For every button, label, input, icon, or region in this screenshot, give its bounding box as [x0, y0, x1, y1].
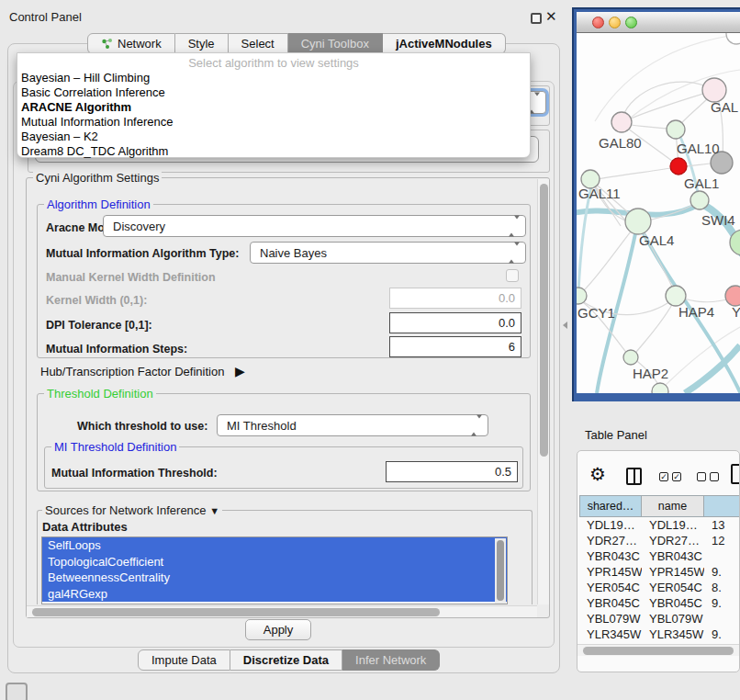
popup-item-basic-correlation[interactable]: Basic Correlation Inference — [17, 85, 530, 100]
node-label: HAP2 — [633, 366, 668, 381]
popup-item-bayesian-k2[interactable]: Bayesian – K2 — [17, 130, 530, 144]
minimize-traffic-light-icon[interactable] — [609, 17, 621, 28]
tab-discretize-data[interactable]: Discretize Data — [230, 649, 342, 671]
unchecked-checkbox-icon[interactable] — [710, 472, 719, 481]
table-row[interactable]: YDR27…YDR27…12 — [579, 533, 740, 548]
table-row[interactable]: YBR045CYBR045C9. — [579, 595, 740, 611]
popup-item-aracne[interactable]: ARACNE Algorithm — [17, 100, 530, 115]
cell-name: YDL19… — [642, 517, 704, 533]
node-gal10[interactable] — [667, 120, 685, 139]
node-label: HAP4 — [678, 304, 714, 320]
collapse-arrow-icon[interactable]: ▼ — [209, 505, 219, 516]
tab-label: jActiveMNodules — [396, 37, 492, 51]
sources-group-title[interactable]: Sources for Network Inference ▼ — [42, 503, 222, 517]
scrollbar-thumb[interactable] — [497, 540, 504, 601]
table-row[interactable]: YLR345WYLR345W9. — [579, 627, 740, 642]
node-gal4[interactable] — [625, 209, 651, 234]
cell-value: 9. — [704, 627, 740, 642]
table-header-row: shared… name — [579, 495, 740, 517]
scrollbar-thumb[interactable] — [583, 647, 734, 655]
page-icon[interactable] — [731, 464, 740, 484]
network-graph[interactable]: GAL GAL80 GAL10 GAL1 GAL11 SWI4 GAL4 GCY… — [577, 33, 740, 393]
mi-steps-label: Mutual Information Steps: — [46, 343, 187, 356]
expand-arrow-icon[interactable]: ▶ — [235, 364, 245, 378]
tab-label: Discretize Data — [243, 653, 329, 667]
node[interactable] — [726, 33, 740, 44]
list-item[interactable]: TopologicalCoefficient — [42, 554, 507, 570]
unchecked-checkbox-icon[interactable] — [697, 472, 706, 481]
tab-network[interactable]: Network — [87, 33, 175, 54]
table-row[interactable]: YBL079WYBL079W — [579, 611, 740, 627]
network-window-titlebar[interactable] — [577, 12, 740, 33]
minimized-panel-icon[interactable] — [6, 683, 28, 700]
dpi-tolerance-input[interactable]: 0.0 — [389, 312, 521, 333]
table-row[interactable]: YDL19…YDL19…13 — [579, 517, 740, 533]
manual-kernel-checkbox[interactable] — [506, 269, 519, 282]
kernel-width-input[interactable]: 0.0 — [389, 288, 521, 309]
scrollbar-thumb[interactable] — [540, 184, 548, 457]
tab-jactivemnodules[interactable]: jActiveMNodules — [383, 33, 506, 54]
node-label: SWI4 — [701, 212, 735, 228]
column-header-partial[interactable] — [704, 495, 740, 517]
apply-button[interactable]: Apply — [245, 619, 311, 640]
node-y[interactable] — [725, 286, 740, 306]
tab-label: Impute Data — [151, 653, 217, 667]
popup-item-mutual-information[interactable]: Mutual Information Inference — [17, 115, 530, 130]
node-gal80[interactable] — [611, 112, 632, 132]
node-hap4[interactable] — [666, 286, 686, 306]
tab-impute-data[interactable]: Impute Data — [138, 649, 230, 671]
list-item[interactable]: SelfLoops — [42, 537, 507, 554]
node-label: GAL4 — [639, 232, 674, 248]
tab-infer-network[interactable]: Infer Network — [342, 649, 440, 671]
table-row[interactable]: YBR043CYBR043C — [579, 548, 740, 564]
checked-checkbox-icon[interactable]: ✓ — [672, 472, 681, 481]
node-hap2[interactable] — [623, 350, 638, 365]
popup-item-dream8[interactable]: Dream8 DC_TDC Algorithm — [17, 144, 530, 159]
node-label: GAL — [711, 99, 738, 115]
network-icon — [101, 38, 113, 50]
popup-item-bayesian-hill[interactable]: Bayesian – Hill Climbing — [17, 71, 530, 85]
table-row[interactable]: YPR145WYPR145W9. — [579, 564, 740, 580]
tab-style[interactable]: Style — [175, 33, 229, 54]
cell-name: YLR345W — [642, 627, 704, 642]
hub-definition-toggle[interactable]: Hub/Transcription Factor Definition ▶ — [40, 364, 245, 378]
gear-icon[interactable]: ⚙ — [589, 465, 606, 483]
data-attributes-list[interactable]: SelfLoops TopologicalCoefficient Between… — [41, 536, 508, 604]
manual-kernel-label: Manual Kernel Width Definition — [46, 271, 216, 284]
list-item[interactable]: BetweennessCentrality — [42, 570, 507, 586]
node-gal1[interactable] — [670, 158, 687, 175]
split-divider-arrow-icon[interactable] — [563, 322, 567, 329]
cell-shared: YLR345W — [579, 627, 642, 642]
column-header-shared[interactable]: shared… — [579, 495, 642, 517]
tab-cyni-toolbox[interactable]: Cyni Toolbox — [288, 33, 383, 54]
column-header-name[interactable]: name — [642, 495, 704, 517]
float-panel-icon[interactable] — [531, 13, 542, 24]
table-row[interactable]: YER054CYER054C8. — [579, 580, 740, 595]
list-vertical-scrollbar[interactable] — [495, 538, 506, 604]
node-label: GAL80 — [599, 135, 642, 151]
settings-horizontal-scrollbar[interactable] — [27, 605, 537, 617]
mi-threshold-input[interactable]: 0.5 — [386, 461, 518, 482]
node-label: GAL1 — [684, 175, 719, 191]
control-panel-tabs: Network Style Select Cyni Toolbox jActiv… — [87, 33, 506, 54]
table-rows[interactable]: YDL19…YDL19…13 YDR27…YDR27…12 YBR043CYBR… — [579, 517, 740, 644]
settings-vertical-scrollbar[interactable] — [537, 179, 549, 604]
close-panel-icon[interactable]: ✕ — [545, 8, 557, 25]
aracne-mode-select[interactable]: Discovery — [103, 215, 526, 237]
node-gcy1[interactable] — [577, 288, 587, 304]
column-layout-icon[interactable] — [626, 468, 642, 485]
list-item[interactable]: gal4RGexp — [42, 586, 507, 603]
scrollbar-thumb[interactable] — [32, 608, 440, 616]
network-view-canvas[interactable]: GAL GAL80 GAL10 GAL1 GAL11 SWI4 GAL4 GCY… — [577, 33, 740, 393]
node-swi4[interactable] — [690, 191, 709, 209]
mi-steps-input[interactable]: 6 — [389, 336, 521, 357]
which-threshold-select[interactable]: MI Threshold — [217, 414, 488, 436]
zoom-traffic-light-icon[interactable] — [625, 17, 637, 28]
cell-shared: YDL19… — [579, 517, 642, 533]
table-horizontal-scrollbar[interactable] — [577, 644, 740, 656]
mi-threshold-label: Mutual Information Threshold: — [51, 467, 218, 480]
close-traffic-light-icon[interactable] — [592, 17, 604, 28]
mi-type-select[interactable]: Naive Bayes — [250, 242, 526, 264]
tab-select[interactable]: Select — [229, 33, 288, 54]
checked-checkbox-icon[interactable]: ✓ — [659, 472, 668, 481]
